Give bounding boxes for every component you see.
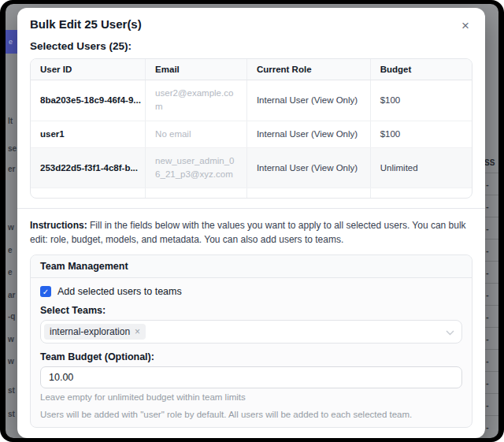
team-management-title: Team Management (31, 255, 472, 278)
cell-user-id: user1 (31, 121, 146, 147)
background-table-cell: - (483, 371, 498, 393)
close-icon[interactable]: × (458, 17, 472, 34)
checkbox-label: Add selected users to teams (57, 286, 182, 297)
background-table-cell: - (483, 173, 498, 195)
column-header: Budget (370, 59, 472, 80)
column-header: User ID (31, 59, 146, 80)
column-header: Email (146, 59, 247, 80)
instructions-label: Instructions: (30, 220, 87, 231)
cell-user-id: 8ba203e5-18c9-46f4-9... (31, 80, 146, 121)
table-row: 8ba203e5-18c9-46f4-9... user2@example.co… (31, 80, 472, 121)
team-budget-input[interactable] (40, 366, 462, 388)
modal-title: Bulk Edit 25 User(s) (30, 17, 142, 31)
instructions-text: Instructions: Fill in the fields below w… (30, 218, 472, 247)
table-row: user1 No email Internal User (View Only)… (31, 121, 472, 147)
selected-users-table-scroll[interactable]: User IDEmailCurrent RoleBudget 8ba203e5-… (30, 58, 472, 199)
background-text-fragment: -q (8, 312, 15, 321)
cell-current-role: Internal User (View Only) (246, 188, 370, 199)
background-text-fragment: ar (8, 291, 15, 299)
cell-email: new_user_admin_06_21_p3@xyz.com (146, 147, 247, 188)
background-text-fragment: st (8, 410, 15, 418)
cell-current-role: Internal User (View Only) (246, 121, 370, 147)
selected-users-table: User IDEmailCurrent RoleBudget 8ba203e5-… (31, 59, 472, 199)
background-text-fragment: er (8, 165, 15, 173)
background-text-fragment: se (8, 144, 17, 153)
team-budget-label: Team Budget (Optional): (40, 351, 462, 362)
background-table-cell: - (483, 283, 498, 305)
cell-budget: Unlimited (370, 188, 472, 199)
cell-email: No email (146, 121, 247, 147)
background-table-cell: - (483, 217, 498, 239)
section-divider (17, 208, 485, 209)
screenshot-frame: eltseerweear-qwwstst SS------------ Bulk… (0, 0, 504, 442)
team-management-body: ✓ Add selected users to teams Select Tea… (31, 278, 472, 427)
bulk-edit-modal: Bulk Edit 25 User(s) × Selected Users (2… (17, 8, 485, 438)
background-text-fragment: w (8, 223, 14, 232)
background-text-fragment: e (8, 246, 13, 254)
column-header: Current Role (246, 59, 370, 80)
cell-email: user2@example.com (146, 80, 247, 121)
selected-team-chip-label: internal-exploration (50, 326, 130, 337)
checkbox-checked-icon[interactable]: ✓ (40, 286, 51, 297)
cell-budget: Unlimited (370, 147, 472, 188)
selected-users-tbody: 8ba203e5-18c9-46f4-9... user2@example.co… (31, 80, 472, 199)
selected-team-chip: internal-exploration × (44, 324, 146, 340)
team-management-card: Team Management ✓ Add selected users to … (30, 254, 472, 428)
cell-budget: $100 (370, 121, 472, 147)
instructions-body: Fill in the fields below with the values… (30, 220, 466, 245)
modal-header: Bulk Edit 25 User(s) × (30, 17, 472, 34)
chip-remove-icon[interactable]: × (135, 326, 140, 337)
cell-current-role: Internal User (View Only) (246, 147, 370, 188)
background-table-cell: - (483, 305, 498, 327)
background-text-fragment: w (8, 335, 14, 344)
background-text-fragment: w (8, 357, 14, 366)
cell-email: inter (146, 188, 247, 199)
table-row: 5dbd2335-cdd6-47ca-b... inter Internal U… (31, 188, 472, 199)
background-column-header: SS (484, 158, 495, 167)
background-table-cell: - (483, 195, 498, 217)
table-row: 253d22d5-f3f1-4c8f-b... new_user_admin_0… (31, 147, 472, 188)
cell-budget: $100 (370, 80, 472, 121)
background-table-cell: - (483, 393, 498, 415)
cell-current-role: Internal User (View Only) (246, 80, 370, 121)
table-header-row: User IDEmailCurrent RoleBudget (31, 59, 472, 80)
background-table-cell: - (483, 239, 498, 261)
budget-helper-text: Leave empty for unlimited budget within … (40, 392, 462, 402)
background-text-fragment: st (8, 386, 15, 395)
background-table-cell: - (483, 261, 498, 283)
selected-users-label: Selected Users (25): (30, 40, 472, 52)
cell-user-id: 253d22d5-f3f1-4c8f-b... (31, 147, 146, 188)
cell-user-id: 5dbd2335-cdd6-47ca-b... (31, 188, 146, 199)
background-text-fragment: e (8, 268, 13, 277)
background-table-cell: - (483, 349, 498, 371)
background-text-fragment: lt (8, 117, 13, 125)
background-table-cell: - (483, 415, 498, 437)
background-table-cell: - (483, 327, 498, 349)
select-teams-label: Select Teams: (40, 305, 462, 316)
teams-multiselect[interactable]: internal-exploration × (40, 320, 462, 344)
chevron-down-icon (446, 325, 454, 339)
background-right-strip: SS------------ (483, 4, 498, 438)
add-users-to-teams-checkbox-row[interactable]: ✓ Add selected users to teams (40, 286, 462, 297)
team-footnote: Users will be added with "user" role by … (40, 410, 462, 419)
